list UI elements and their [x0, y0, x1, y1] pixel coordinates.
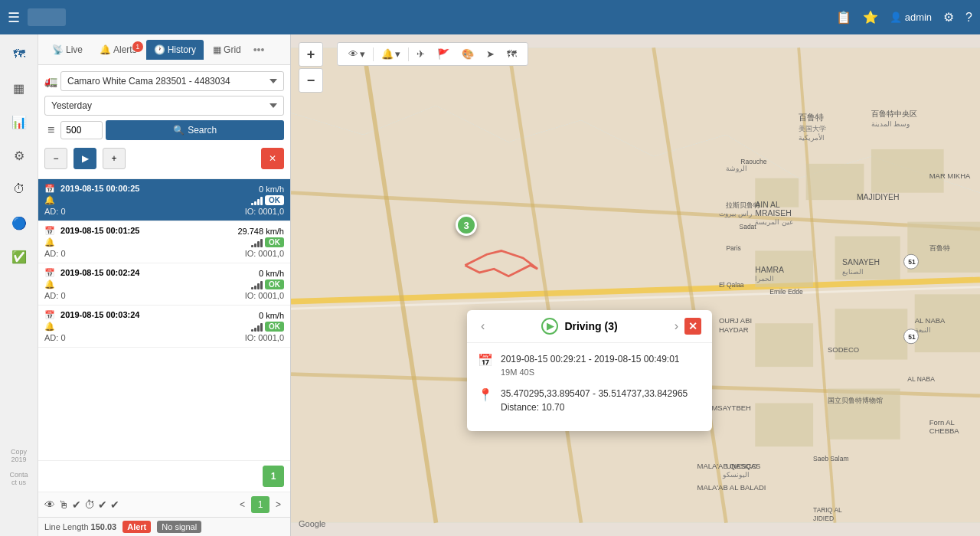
admin-menu[interactable]: 👤 admin: [890, 11, 932, 23]
filter-row: 👁 🖱 ✔ ⏱ ✔ ✔ < 1 >: [38, 492, 290, 517]
map-tool-plane[interactable]: ✈: [412, 46, 430, 62]
date-select[interactable]: Yesterday: [44, 96, 284, 116]
hi-ad-3: AD: 0: [44, 291, 66, 300]
settings-icon[interactable]: ⚙: [943, 10, 954, 25]
google-label: Google: [299, 519, 325, 528]
popup-prev-button[interactable]: ‹: [478, 319, 488, 333]
filter-check1-icon[interactable]: ✔: [72, 498, 81, 511]
search-button[interactable]: 🔍 Search: [106, 120, 284, 140]
hi-date-2: 📅 2019-08-15 00:01:25: [44, 226, 139, 236]
popup-header: ‹ ▶ Driving (3) › ✕: [467, 310, 712, 343]
zoom-in-button[interactable]: +: [299, 42, 323, 67]
hi-speed-3: 0 km/h: [259, 269, 284, 278]
hi-date-3: 📅 2019-08-15 00:02:24: [44, 268, 139, 278]
svg-text:美国大学: 美国大学: [799, 124, 826, 132]
eye-icon: 👁: [348, 48, 358, 60]
svg-rect-12: [806, 164, 864, 200]
filter-pointer-icon[interactable]: 🖱: [58, 498, 69, 511]
sidebar-item-settings[interactable]: ⚙: [5, 142, 33, 169]
sidebar-item-map[interactable]: 🗺: [5, 41, 33, 68]
truck-icon: 🚛: [44, 75, 57, 87]
tab-alerts[interactable]: 🔔 Alerts 1: [92, 40, 145, 60]
filter-time-icon[interactable]: ⏱: [84, 498, 95, 511]
hi-io-3: IO: 0001,0: [245, 291, 284, 300]
svg-text:国立贝鲁特博物馆: 国立贝鲁特博物馆: [828, 397, 883, 404]
history-item-3[interactable]: 📅 2019-08-15 00:02:24 0 km/h 🔔: [38, 263, 290, 306]
popup-next-button[interactable]: ›: [671, 319, 681, 333]
clipboard-icon[interactable]: 📋: [836, 10, 851, 25]
map-tool-eye[interactable]: 👁 ▾: [344, 46, 370, 62]
page-next-button[interactable]: >: [273, 498, 284, 511]
map-area[interactable]: 百鲁特 美国大学 الأمريكية 百鲁特中央区 وسط المدينة AI…: [291, 34, 980, 536]
sidebar-item-grid[interactable]: ▦: [5, 74, 33, 102]
sidebar-item-chart[interactable]: 📊: [5, 108, 33, 136]
map-pin[interactable]: 3: [456, 214, 477, 236]
sidebar-item-check[interactable]: ✅: [5, 243, 33, 270]
star-icon[interactable]: ⭐: [863, 10, 878, 25]
map-popup: ‹ ▶ Driving (3) › ✕ 📅 2019-08-15 00:29:: [467, 310, 712, 431]
page-prev-button[interactable]: <: [237, 498, 248, 511]
map-tool-flag[interactable]: 🚩: [433, 46, 454, 62]
help-icon[interactable]: ?: [965, 11, 972, 25]
svg-text:الروشة: الروشة: [726, 165, 747, 173]
signal-bars-1: [251, 196, 263, 205]
filter-check2-icon[interactable]: ✔: [98, 498, 107, 511]
signal-bars-2: [251, 238, 263, 247]
svg-text:Paris: Paris: [726, 245, 740, 253]
vehicle-select[interactable]: Camaro White Cama 283501 - 4483034: [60, 71, 284, 91]
hi-io-4: IO: 0001,0: [245, 333, 284, 342]
popup-close-button[interactable]: ✕: [684, 318, 701, 335]
tab-grid-label: Grid: [224, 44, 241, 55]
signal-bars-4: [251, 322, 263, 332]
bell-chevron-icon: ▾: [395, 48, 400, 60]
list-view-icon[interactable]: ≡: [44, 120, 57, 140]
stop-button[interactable]: ✕: [261, 148, 284, 169]
tab-history[interactable]: 🕐 History: [146, 40, 204, 60]
limit-input[interactable]: [60, 121, 103, 139]
pagination-row: 1: [38, 460, 290, 492]
tab-grid[interactable]: ▦ Grid: [205, 40, 249, 60]
zoom-controls: + −: [299, 42, 323, 93]
map-tool-bell[interactable]: 🔔 ▾: [377, 46, 405, 62]
history-item-1[interactable]: 📅 2019-08-15 00:00:25 0 km/h 🔔: [38, 179, 290, 221]
filter-page-num: 1: [251, 496, 270, 513]
tab-history-label: History: [168, 44, 196, 55]
map-tool-map[interactable]: 🗺: [502, 46, 521, 62]
svg-text:拉斯贝鲁特: 拉斯贝鲁特: [726, 201, 760, 209]
history-item-4[interactable]: 📅 2019-08-15 00:03:24 0 km/h 🔔: [38, 306, 290, 348]
filter-eye-icon[interactable]: 👁: [44, 498, 55, 511]
nav-search-input[interactable]: [28, 8, 66, 26]
svg-text:Saeb Salam: Saeb Salam: [813, 455, 848, 462]
filter-check3-icon[interactable]: ✔: [110, 498, 119, 511]
sidebar-item-status[interactable]: 🔵: [5, 209, 33, 237]
play-button[interactable]: ▶: [74, 148, 96, 169]
hi-bell-3: 🔔: [44, 279, 55, 289]
sidebar-item-history[interactable]: ⏱: [5, 175, 33, 203]
map-icon: 🗺: [507, 48, 517, 60]
svg-text:51: 51: [908, 259, 916, 266]
forward-button[interactable]: +: [103, 148, 126, 169]
popup-title: ▶ Driving (3): [541, 318, 617, 335]
svg-text:51: 51: [908, 333, 916, 341]
svg-rect-21: [828, 389, 900, 440]
search-label: Search: [188, 125, 217, 136]
popup-datetime-text: 2019-08-15 00:29:21 - 2019-08-15 00:49:0…: [501, 352, 680, 379]
hi-ok-2: OK: [265, 237, 284, 247]
map-roads-svg: 百鲁特 美国大学 الأمريكية 百鲁特中央区 وسط المدينة AI…: [291, 34, 980, 536]
zoom-out-button[interactable]: −: [299, 68, 323, 93]
map-tool-arrow[interactable]: ➤: [482, 46, 499, 62]
hi-ad-2: AD: 0: [44, 249, 66, 258]
popup-coords-row: 📍 35.470295,33.895407 - 35.514737,33.842…: [478, 387, 701, 414]
history-item-2[interactable]: 📅 2019-08-15 00:01:25 29.748 km/h 🔔: [38, 221, 290, 263]
popup-datetime-row: 📅 2019-08-15 00:29:21 - 2019-08-15 00:49…: [478, 352, 701, 379]
tab-live[interactable]: 📡 Live: [44, 40, 90, 60]
map-tool-palette[interactable]: 🎨: [457, 46, 479, 62]
map-background: 百鲁特 美国大学 الأمريكية 百鲁特中央区 وسط المدينة AI…: [291, 34, 980, 536]
rewind-button[interactable]: −: [44, 148, 67, 169]
tabs-more-icon[interactable]: •••: [253, 44, 265, 56]
history-list: 📅 2019-08-15 00:00:25 0 km/h 🔔: [38, 178, 290, 460]
page-1-button[interactable]: 1: [263, 466, 284, 487]
svg-text:SODECO: SODECO: [828, 345, 859, 354]
hi-io-2: IO: 0001,0: [245, 249, 284, 258]
hamburger-menu[interactable]: ☰: [8, 9, 20, 26]
